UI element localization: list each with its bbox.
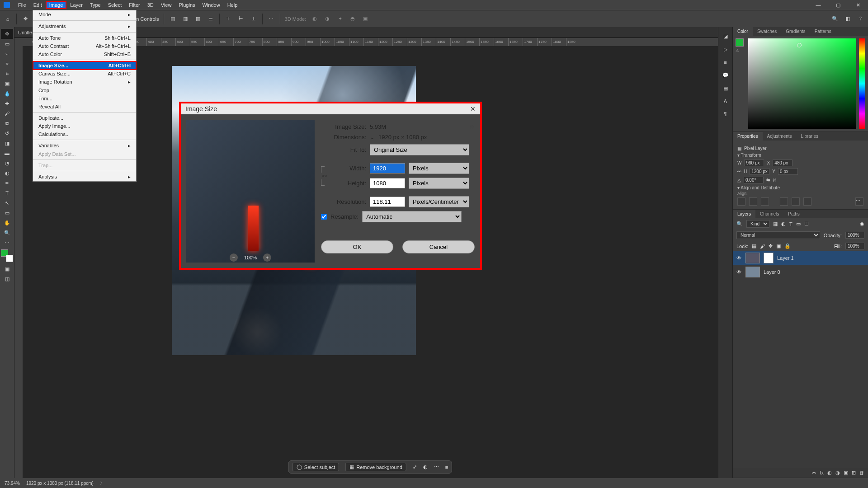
menu-item-apply-image-[interactable]: Apply Image... xyxy=(33,122,136,130)
menu-item-image-rotation[interactable]: Image Rotation xyxy=(33,78,136,86)
gradient-tool[interactable]: ▬ xyxy=(1,148,13,158)
panel-icon-1[interactable]: ◪ xyxy=(723,33,728,39)
dialog-close-button[interactable]: ✕ xyxy=(470,105,476,113)
menu-select[interactable]: Select xyxy=(104,1,126,9)
menu-window[interactable]: Window xyxy=(199,1,224,9)
dimensions-toggle[interactable]: ⌄ xyxy=(370,134,375,141)
eraser-tool[interactable]: ◨ xyxy=(1,138,13,148)
panel-icon-3[interactable]: ≡ xyxy=(724,60,726,65)
more-align-icon[interactable]: ⋯ xyxy=(267,15,275,23)
pen-tool[interactable]: ✒ xyxy=(1,178,13,188)
ok-button[interactable]: OK xyxy=(321,240,393,253)
lock-trans-icon[interactable]: ▦ xyxy=(752,243,756,249)
align-l[interactable] xyxy=(737,197,745,206)
fit-to-select[interactable]: Original Size xyxy=(370,144,469,155)
adjust-icon[interactable]: ◐ xyxy=(423,464,428,470)
height-input[interactable] xyxy=(750,168,769,175)
eyedropper-tool[interactable]: 💧 xyxy=(1,89,13,99)
crop-tool[interactable]: ⌗ xyxy=(1,69,13,79)
marquee-tool[interactable]: ▭ xyxy=(1,39,13,49)
layer-kind-select[interactable]: Kind xyxy=(746,220,769,228)
menu-item-auto-contrast[interactable]: Auto ContrastAlt+Shift+Ctrl+L xyxy=(33,42,136,50)
lock-pos-icon[interactable]: ✥ xyxy=(769,243,773,249)
resample-select[interactable]: Automatic xyxy=(362,211,462,222)
menu-file[interactable]: File xyxy=(14,1,30,9)
menu-3d[interactable]: 3D xyxy=(144,1,157,9)
constrain-proportions-icon[interactable]: ⚯ xyxy=(321,173,327,179)
layer-row-1[interactable]: 👁 Layer 1 xyxy=(733,251,868,265)
menu-item-image-size-[interactable]: Image Size...Alt+Ctrl+I xyxy=(33,61,136,70)
align-c[interactable] xyxy=(749,197,757,206)
tab-libraries[interactable]: Libraries xyxy=(797,132,823,141)
tab-paths[interactable]: Paths xyxy=(783,210,804,218)
fg-bg-colors[interactable] xyxy=(1,249,13,262)
menu-item-crop[interactable]: Crop xyxy=(33,86,136,94)
resolution-field[interactable] xyxy=(370,197,405,207)
zoom-readout[interactable]: 73.94% xyxy=(5,481,20,486)
menu-image[interactable]: Image xyxy=(46,1,67,9)
panel-icon-5[interactable]: ▤ xyxy=(723,85,728,91)
menu-item-canvas-size-[interactable]: Canvas Size...Alt+Ctrl+C xyxy=(33,70,136,78)
flip-h-icon[interactable]: ⇋ xyxy=(766,178,770,183)
move-tool[interactable]: ✥ xyxy=(1,29,13,39)
align-r[interactable] xyxy=(761,197,769,206)
menu-type[interactable]: Type xyxy=(86,1,104,9)
tab-swatches[interactable]: Swatches xyxy=(753,27,781,36)
link-icon[interactable]: ⚯ xyxy=(737,169,741,174)
align-right-icon[interactable]: ▦ xyxy=(194,15,202,23)
link-layers-icon[interactable]: ⚯ xyxy=(812,470,816,476)
wand-tool[interactable]: ✧ xyxy=(1,59,13,69)
path-tool[interactable]: ↖ xyxy=(1,198,13,208)
angle-input[interactable] xyxy=(744,177,764,183)
tab-adjustments[interactable]: Adjustments xyxy=(763,132,797,141)
width-input[interactable] xyxy=(744,160,764,166)
tab-patterns[interactable]: Patterns xyxy=(810,27,836,36)
panel-icon-7[interactable]: ¶ xyxy=(724,111,727,117)
remove-background-button[interactable]: ▦ Remove background xyxy=(345,463,406,471)
filter-type-icon[interactable]: T xyxy=(789,221,793,227)
mode-3d-icon-3[interactable]: ✦ xyxy=(336,15,344,23)
menu-item-variables[interactable]: Variables xyxy=(33,141,136,150)
maximize-button[interactable]: ▢ xyxy=(828,0,848,10)
gear-icon[interactable]: ⚙ xyxy=(469,123,475,130)
brush-tool[interactable]: 🖌 xyxy=(1,108,13,118)
menu-item-trim-[interactable]: Trim... xyxy=(33,94,136,103)
new-layer-icon[interactable]: ⊞ xyxy=(852,470,856,476)
dialog-preview[interactable]: − 100% + xyxy=(186,120,315,263)
home-icon[interactable]: ⌂ xyxy=(4,15,12,23)
mode-3d-icon-5[interactable]: ▣ xyxy=(361,15,369,23)
align-left-icon[interactable]: ▤ xyxy=(169,15,177,23)
zoom-out-button[interactable]: − xyxy=(230,253,238,262)
mode-3d-icon-4[interactable]: ◓ xyxy=(349,15,357,23)
frame-tool[interactable]: ▣ xyxy=(1,79,13,89)
color-spectrum[interactable] xyxy=(748,38,856,129)
lock-nest-icon[interactable]: ▣ xyxy=(776,243,781,249)
resample-checkbox[interactable] xyxy=(321,214,327,220)
align-center-icon[interactable]: ▥ xyxy=(181,15,189,23)
panel-icon-6[interactable]: A xyxy=(724,99,727,104)
lasso-tool[interactable]: ⌁ xyxy=(1,49,13,59)
healing-tool[interactable]: ✚ xyxy=(1,99,13,108)
fill-input[interactable] xyxy=(845,243,864,249)
type-tool[interactable]: T xyxy=(1,188,13,198)
x-input[interactable] xyxy=(773,160,793,166)
menu-item-reveal-all[interactable]: Reveal All xyxy=(33,103,136,111)
cancel-button[interactable]: Cancel xyxy=(402,240,475,253)
width-field[interactable] xyxy=(370,163,405,174)
align-middle-icon[interactable]: ⊢ xyxy=(237,15,245,23)
blur-tool[interactable]: ◔ xyxy=(1,158,13,168)
align-bottom-icon[interactable]: ⊥ xyxy=(250,15,258,23)
history-brush-tool[interactable]: ↺ xyxy=(1,128,13,138)
doc-info[interactable]: 1920 px x 1080 px (118.11 ppcm) xyxy=(26,481,94,486)
filter-adjust-icon[interactable]: ◐ xyxy=(781,221,786,227)
resolution-unit-select[interactable]: Pixels/Centimeter xyxy=(409,196,469,207)
dodge-tool[interactable]: ◐ xyxy=(1,168,13,178)
lock-pixel-icon[interactable]: 🖌 xyxy=(760,244,765,249)
tab-layers[interactable]: Layers xyxy=(733,210,755,218)
rectangle-tool[interactable]: ▭ xyxy=(1,208,13,218)
visibility-icon[interactable]: 👁 xyxy=(736,255,742,261)
fill-adjust-icon[interactable]: ◑ xyxy=(835,470,840,476)
height-unit-select[interactable]: Pixels xyxy=(409,178,469,189)
menu-help[interactable]: Help xyxy=(224,1,241,9)
filter-toggle[interactable]: ◉ xyxy=(860,221,864,227)
